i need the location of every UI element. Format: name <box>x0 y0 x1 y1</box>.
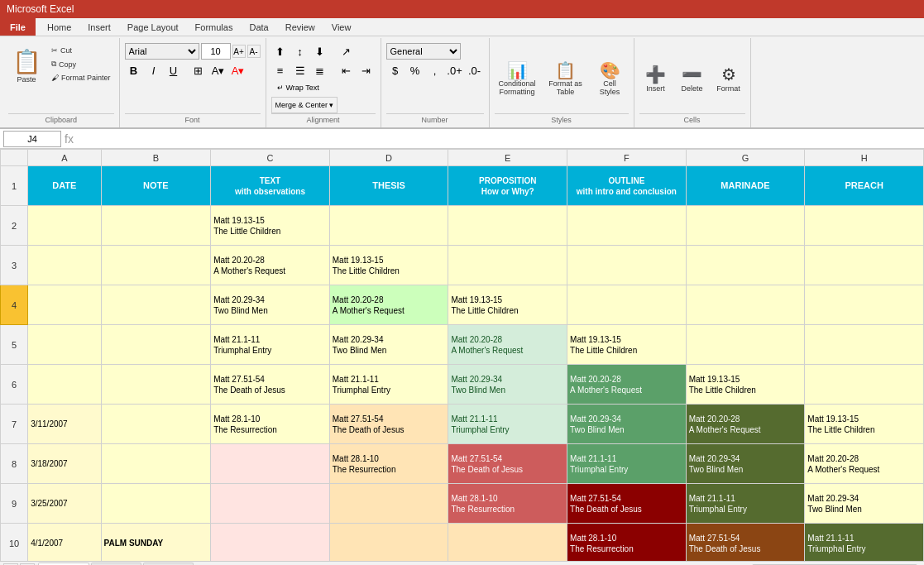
merge-center-button[interactable]: Merge & Center ▾ <box>271 97 338 113</box>
cell-G5[interactable] <box>686 325 805 365</box>
col-header-C[interactable]: C <box>211 150 330 166</box>
row-header[interactable]: 9 <box>1 484 28 524</box>
cell-G8[interactable]: Matt 20.29-34Two Blind Men <box>686 444 805 484</box>
cell-H7[interactable]: Matt 19.13-15The Little Children <box>805 405 924 444</box>
menu-formulas[interactable]: Formulas <box>187 20 242 35</box>
cell-D7[interactable]: Matt 27.51-54The Death of Jesus <box>329 405 448 444</box>
orientation-button[interactable]: ↗ <box>338 43 356 60</box>
cell-B3[interactable] <box>101 246 211 285</box>
cell-G9[interactable]: Matt 21.1-11Triumphal Entry <box>686 484 805 524</box>
cell-D8[interactable]: Matt 28.1-10The Resurrection <box>329 444 448 484</box>
currency-button[interactable]: $ <box>386 62 405 79</box>
col-header-A[interactable]: A <box>28 150 101 166</box>
align-center-button[interactable]: ☰ <box>291 62 309 79</box>
col-header-G[interactable]: G <box>686 150 805 166</box>
cell-A3[interactable] <box>28 246 101 285</box>
row-header[interactable]: 7 <box>1 405 28 444</box>
bold-button[interactable]: B <box>125 62 143 79</box>
cell-G4[interactable] <box>686 285 805 325</box>
cell-F2[interactable] <box>567 206 687 246</box>
align-right-button[interactable]: ≣ <box>311 62 329 79</box>
format-button[interactable]: ⚙ Format <box>712 54 745 103</box>
cell-H2[interactable] <box>805 206 924 246</box>
cell-H8[interactable]: Matt 20.20-28A Mother's Request <box>805 444 924 484</box>
paste-button[interactable]: 📋 Paste <box>8 43 45 88</box>
italic-button[interactable]: I <box>145 62 163 79</box>
cell-E7[interactable]: Matt 21.1-11Triumphal Entry <box>448 405 567 444</box>
cell-E10[interactable] <box>448 524 567 562</box>
cell-B8[interactable] <box>101 444 211 484</box>
cell-C7[interactable]: Matt 28.1-10The Resurrection <box>211 405 330 444</box>
formula-input[interactable] <box>77 134 921 144</box>
conditional-formatting-button[interactable]: 📊 Conditional Formatting <box>495 54 540 103</box>
cell-E5[interactable]: Matt 20.20-28A Mother's Request <box>448 325 567 365</box>
cell-B2[interactable] <box>101 206 211 246</box>
align-left-button[interactable]: ≡ <box>271 62 290 79</box>
cell-G1[interactable]: MARINADE <box>686 166 805 206</box>
cell-A5[interactable] <box>28 325 101 365</box>
font-size-inc-button[interactable]: A+ <box>232 45 246 58</box>
format-painter-button[interactable]: 🖌 Format Painter <box>48 72 114 84</box>
underline-button[interactable]: U <box>165 62 183 79</box>
cell-F9[interactable]: Matt 27.51-54The Death of Jesus <box>567 484 687 524</box>
file-button[interactable]: File <box>0 18 36 36</box>
cell-E1[interactable]: PROPOSITION How or Why? <box>448 166 567 206</box>
cell-H4[interactable] <box>805 285 924 325</box>
cell-B7[interactable] <box>101 405 211 444</box>
cell-F8[interactable]: Matt 21.1-11Triumphal Entry <box>567 444 687 484</box>
cell-reference-box[interactable] <box>3 131 61 147</box>
percent-button[interactable]: % <box>406 62 424 79</box>
cell-C8[interactable] <box>211 444 330 484</box>
cell-D3[interactable]: Matt 19.13-15The Little Children <box>329 246 448 285</box>
align-top-button[interactable]: ⬆ <box>271 43 290 60</box>
decrease-indent-button[interactable]: ⇤ <box>338 62 356 79</box>
row-header[interactable]: 10 <box>1 524 28 562</box>
cell-F4[interactable] <box>567 285 687 325</box>
cell-D4[interactable]: Matt 20.20-28A Mother's Request <box>329 285 448 325</box>
cell-H3[interactable] <box>805 246 924 285</box>
col-header-D[interactable]: D <box>329 150 448 166</box>
cell-B4[interactable] <box>101 285 211 325</box>
col-header-F[interactable]: F <box>567 150 687 166</box>
cell-F3[interactable] <box>567 246 687 285</box>
row-header[interactable]: 2 <box>1 206 28 246</box>
cell-F10[interactable]: Matt 28.1-10The Resurrection <box>567 524 687 562</box>
cell-G3[interactable] <box>686 246 805 285</box>
cell-H1[interactable]: PREACH <box>805 166 924 206</box>
col-header-H[interactable]: H <box>805 150 924 166</box>
cell-C10[interactable] <box>211 524 330 562</box>
cell-B10[interactable]: PALM SUNDAY <box>101 524 211 562</box>
cell-H10[interactable]: Matt 21.1-11Triumphal Entry <box>805 524 924 562</box>
cell-H6[interactable] <box>805 365 924 405</box>
cell-styles-button[interactable]: 🎨 Cell Styles <box>591 54 629 103</box>
cell-F7[interactable]: Matt 20.29-34Two Blind Men <box>567 405 687 444</box>
align-middle-button[interactable]: ↕ <box>291 43 309 60</box>
increase-indent-button[interactable]: ⇥ <box>357 62 376 79</box>
cell-A9[interactable]: 3/25/2007 <box>28 484 101 524</box>
cell-B1[interactable]: NOTE <box>101 166 211 206</box>
cell-H5[interactable] <box>805 325 924 365</box>
font-size-dec-button[interactable]: A- <box>247 45 261 58</box>
cell-C4[interactable]: Matt 20.29-34Two Blind Men <box>211 285 330 325</box>
cell-B6[interactable] <box>101 365 211 405</box>
copy-button[interactable]: ⧉ Copy <box>48 58 114 70</box>
format-as-table-button[interactable]: 📋 Format as Table <box>545 54 586 103</box>
cell-A10[interactable]: 4/1/2007 <box>28 524 101 562</box>
cell-E6[interactable]: Matt 20.29-34Two Blind Men <box>448 365 567 405</box>
cell-G10[interactable]: Matt 27.51-54The Death of Jesus <box>686 524 805 562</box>
cell-D1[interactable]: THESIS <box>329 166 448 206</box>
cell-C1[interactable]: TEXT with observations <box>211 166 330 206</box>
font-size-input[interactable] <box>201 43 231 60</box>
comma-button[interactable]: , <box>426 62 444 79</box>
cell-A6[interactable] <box>28 365 101 405</box>
wrap-text-button[interactable]: ↵ Wrap Text <box>271 81 325 94</box>
cell-A8[interactable]: 3/18/2007 <box>28 444 101 484</box>
cell-G2[interactable] <box>686 206 805 246</box>
fill-color-button[interactable]: A▾ <box>209 62 227 79</box>
delete-button[interactable]: ➖ Delete <box>676 54 709 103</box>
cell-E9[interactable]: Matt 28.1-10The Resurrection <box>448 484 567 524</box>
cell-D10[interactable] <box>329 524 448 562</box>
increase-decimal-button[interactable]: .0+ <box>446 62 464 79</box>
menu-home[interactable]: Home <box>39 20 79 35</box>
cell-G7[interactable]: Matt 20.20-28A Mother's Request <box>686 405 805 444</box>
